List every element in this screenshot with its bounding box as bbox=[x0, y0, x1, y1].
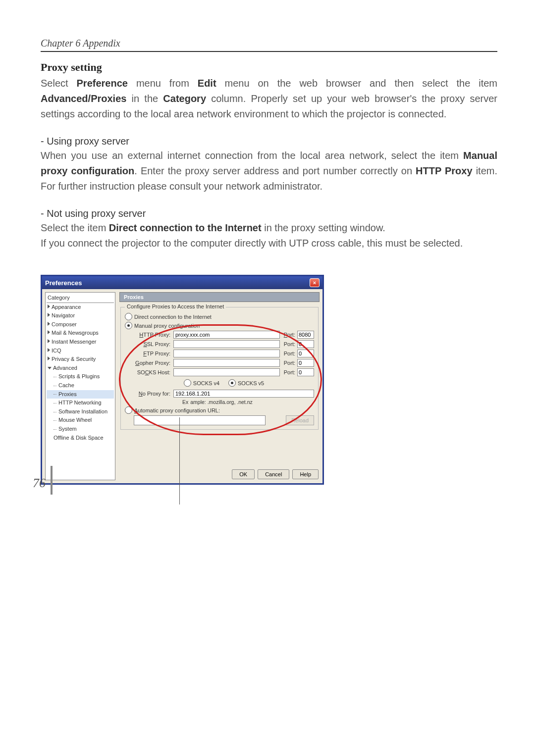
preferences-window: Preferences × Category Appearance Naviga… bbox=[41, 275, 324, 485]
port-label: Port: bbox=[284, 360, 295, 366]
callout-connector bbox=[179, 417, 180, 504]
section-title: Proxy setting bbox=[41, 61, 497, 74]
chevron-right-icon bbox=[48, 348, 50, 352]
tree-item-cache[interactable]: Cache bbox=[47, 381, 114, 390]
tree-item-appearance[interactable]: Appearance bbox=[47, 303, 114, 312]
text: Category bbox=[163, 93, 206, 104]
chapter-header: Chapter 6 Appendix bbox=[41, 38, 497, 52]
tree-item-offline[interactable]: Offline & Disk Space bbox=[47, 434, 114, 443]
http-proxy-input[interactable] bbox=[173, 331, 280, 339]
close-icon[interactable]: × bbox=[310, 278, 320, 287]
text: Preference bbox=[77, 78, 128, 89]
socks-v4-row[interactable]: SOCKS v4 bbox=[184, 379, 219, 387]
tree-item-httpnet[interactable]: HTTP Networking bbox=[47, 399, 114, 407]
using-proxy-paragraph: When you use an external internet connec… bbox=[41, 148, 497, 194]
radio-auto-row[interactable]: Automatic proxy configuration URL: bbox=[125, 406, 314, 414]
socks-host-input[interactable] bbox=[173, 368, 280, 376]
using-proxy-title: - Using proxy server bbox=[41, 136, 497, 147]
tree-item-system[interactable]: System bbox=[47, 425, 114, 434]
category-tree[interactable]: Category Appearance Navigator Composer M… bbox=[45, 292, 115, 480]
tree-item-advanced[interactable]: Advanced bbox=[47, 364, 114, 373]
auto-url-input[interactable] bbox=[134, 415, 266, 425]
text: Select the item bbox=[41, 222, 109, 233]
socks-host-label: SOCKS Host: bbox=[134, 369, 170, 375]
help-button[interactable]: Help bbox=[292, 469, 319, 479]
port-label: Port: bbox=[284, 351, 295, 356]
http-port-input[interactable] bbox=[297, 331, 314, 339]
ftp-port-input[interactable] bbox=[297, 350, 314, 357]
fieldset-legend: Configure Proxies to Access the Internet bbox=[125, 303, 226, 309]
proxies-panel: Proxies Configure Proxies to Access the … bbox=[119, 292, 320, 480]
chevron-right-icon bbox=[48, 356, 50, 360]
gopher-proxy-label: Gopher Proxy: bbox=[134, 360, 170, 366]
not-using-proxy-paragraph: Select the item Direct connection to the… bbox=[41, 220, 497, 251]
radio-socksv5[interactable] bbox=[228, 379, 236, 387]
chevron-right-icon bbox=[48, 313, 50, 317]
ftp-proxy-input[interactable] bbox=[173, 350, 280, 357]
reload-button[interactable]: Reload bbox=[286, 415, 314, 425]
radio-manual[interactable] bbox=[125, 322, 132, 329]
no-proxy-input[interactable] bbox=[173, 390, 314, 398]
tree-item-navigator[interactable]: Navigator bbox=[47, 311, 114, 320]
text: in the proxy setting window. bbox=[262, 222, 385, 233]
socks-v5-row[interactable]: SOCKS v5 bbox=[228, 379, 264, 387]
http-proxy-label: HTTP Proxy: bbox=[134, 332, 170, 338]
radio-direct-row[interactable]: Direct connection to the Internet bbox=[125, 313, 314, 320]
port-label: Port: bbox=[284, 341, 295, 347]
port-label: Port: bbox=[284, 332, 295, 338]
text: HTTP Proxy bbox=[416, 165, 473, 176]
radio-manual-label: Manual proxy configuration bbox=[134, 323, 200, 329]
tree-header: Category bbox=[47, 294, 114, 303]
radio-socksv4[interactable] bbox=[184, 379, 191, 387]
page-number: 76 bbox=[33, 476, 46, 491]
ssl-port-input[interactable] bbox=[297, 340, 314, 348]
tree-item-softinst[interactable]: Software Installation bbox=[47, 407, 114, 416]
example-text: Example: .mozilla.org, .net.nz bbox=[182, 399, 314, 405]
tree-item-mail[interactable]: Mail & Newsgroups bbox=[47, 329, 114, 338]
radio-auto[interactable] bbox=[125, 406, 132, 414]
text: . Enter the proxy server address and por… bbox=[134, 165, 416, 176]
ftp-proxy-label: FTP Proxy: bbox=[134, 351, 170, 356]
proxy-fieldset: Configure Proxies to Access the Internet… bbox=[120, 307, 319, 430]
chevron-right-icon bbox=[48, 322, 50, 326]
text: Select bbox=[41, 78, 77, 89]
chevron-right-icon bbox=[48, 330, 50, 334]
tree-item-composer[interactable]: Composer bbox=[47, 320, 114, 329]
intro-paragraph: Select Preference menu from Edit menu on… bbox=[41, 76, 497, 122]
ssl-proxy-label: SSL Proxy: bbox=[134, 341, 170, 347]
gopher-port-input[interactable] bbox=[297, 359, 314, 367]
radio-manual-row[interactable]: Manual proxy configuration bbox=[125, 322, 314, 329]
tree-item-proxies[interactable]: Proxies bbox=[47, 390, 114, 399]
ssl-proxy-input[interactable] bbox=[173, 340, 280, 348]
tree-item-privacy[interactable]: Privacy & Security bbox=[47, 355, 114, 364]
socks-port-input[interactable] bbox=[297, 368, 314, 376]
radio-direct-label: Direct connection to the Internet bbox=[134, 314, 212, 320]
panel-title: Proxies bbox=[119, 292, 320, 302]
socksv5-label: SOCKS v5 bbox=[238, 380, 264, 386]
window-titlebar[interactable]: Preferences × bbox=[42, 276, 322, 289]
tree-item-mouse[interactable]: Mouse Wheel bbox=[47, 416, 114, 425]
tree-item-im[interactable]: Instant Messenger bbox=[47, 338, 114, 347]
radio-direct[interactable] bbox=[125, 313, 132, 320]
radio-auto-label: Automatic proxy configuration URL: bbox=[134, 407, 220, 413]
chevron-right-icon bbox=[48, 304, 50, 308]
chevron-down-icon bbox=[48, 367, 52, 369]
socksv4-label: SOCKS v4 bbox=[193, 380, 219, 386]
text: When you use an external internet connec… bbox=[41, 150, 463, 161]
no-proxy-label: No Proxy for: bbox=[134, 391, 170, 397]
text: Edit bbox=[198, 78, 216, 89]
chevron-right-icon bbox=[48, 339, 50, 343]
text: in the bbox=[126, 93, 163, 104]
text: Direct connection to the Internet bbox=[109, 222, 262, 233]
text: If you connect the projector to the comp… bbox=[41, 238, 463, 249]
cancel-button[interactable]: Cancel bbox=[258, 469, 289, 479]
window-title: Preferences bbox=[45, 279, 82, 287]
not-using-proxy-title: - Not using proxy server bbox=[41, 208, 497, 219]
tree-item-scripts[interactable]: Scripts & Plugins bbox=[47, 372, 114, 381]
text: menu on the web browser and then select … bbox=[216, 78, 497, 89]
gopher-proxy-input[interactable] bbox=[173, 359, 280, 367]
port-label: Port: bbox=[284, 369, 295, 375]
tree-item-icq[interactable]: ICQ bbox=[47, 347, 114, 355]
ok-button[interactable]: OK bbox=[232, 469, 255, 479]
text: menu from bbox=[128, 78, 198, 89]
